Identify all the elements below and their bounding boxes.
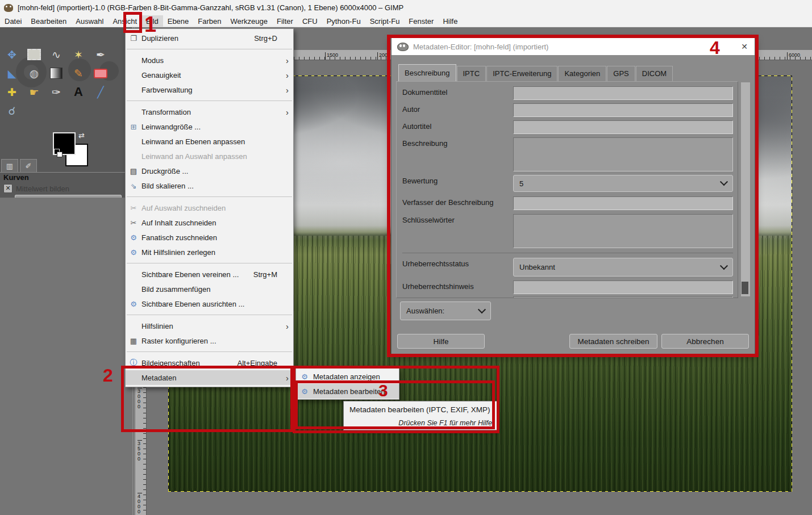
- dialog-titlebar[interactable]: Metadaten-Editor: [mohn-feld] (importier…: [392, 38, 755, 55]
- ruler-label-6000: 6000: [787, 52, 800, 60]
- write-metadata-button[interactable]: Metadaten schreiben: [569, 334, 657, 349]
- beschreibung-textarea[interactable]: [513, 137, 733, 171]
- urheberrechtshinweis-input[interactable]: [513, 280, 733, 294]
- airbrush-tool-icon[interactable]: ✒: [91, 46, 110, 63]
- menu-item-bild-skalieren[interactable]: ⇘Bild skalieren ...: [126, 178, 293, 193]
- field-row-beschreibung: Beschreibung: [402, 137, 733, 171]
- menu-item-label: Auf Inhalt zuschneiden: [141, 219, 283, 227]
- menu-item-sichtbare-ebenen-vereinen[interactable]: Sichtbare Ebenen vereinen ...Strg+M: [126, 267, 293, 282]
- menubar-item-python-fu[interactable]: Python-Fu: [322, 15, 365, 27]
- paintbrush-tool-icon[interactable]: ✎: [69, 65, 88, 82]
- select-dropdown[interactable]: Auswählen:: [400, 302, 491, 320]
- menubar-item-fenster[interactable]: Fenster: [404, 15, 438, 27]
- submenu-item-metadaten-anzeigen[interactable]: ⚙Metadaten anzeigen: [296, 369, 399, 384]
- gradient-tool-icon[interactable]: [47, 65, 66, 82]
- tab-dicom[interactable]: DICOM: [636, 66, 673, 81]
- tool-options-tab[interactable]: ▥: [1, 159, 18, 173]
- menubar-item-cfu[interactable]: CFU: [298, 15, 322, 27]
- grid-icon: ▦: [126, 337, 141, 345]
- gears-icon: ⚙: [126, 248, 141, 257]
- clone-tool-icon[interactable]: ✚: [2, 83, 22, 101]
- color-picker-tool-icon[interactable]: ╱: [91, 83, 110, 101]
- menu-item-bildeigenschaften[interactable]: ⓘBildeigenschaftenAlt+Eingabe: [126, 355, 293, 370]
- menu-item-genauigkeit[interactable]: Genauigkeit›: [126, 68, 293, 82]
- dokumenttitel-input[interactable]: [513, 86, 733, 100]
- menubar-item-datei[interactable]: Datei: [0, 15, 26, 27]
- eraser-tool-icon[interactable]: [91, 65, 110, 82]
- menu-item-label: Hilfslinien: [141, 322, 283, 330]
- menu-item-druckgröße[interactable]: ▤Druckgröße ...: [126, 164, 293, 178]
- menubar-item-ansicht[interactable]: Ansicht: [108, 15, 141, 27]
- rectangle-select-tool-icon[interactable]: [24, 46, 44, 63]
- verfasser-der-beschreibung-input[interactable]: [513, 196, 733, 210]
- close-icon[interactable]: ✕: [740, 42, 749, 51]
- menu-item-transformation[interactable]: Transformation›: [126, 104, 293, 119]
- ink-tool-icon[interactable]: ✑: [47, 83, 66, 101]
- menu-item-bild-zusammenfügen[interactable]: Bild zusammenfügen: [126, 282, 293, 296]
- menubar-item-script-fu[interactable]: Script-Fu: [365, 15, 405, 27]
- menu-item-metadaten[interactable]: Metadaten›: [126, 370, 293, 385]
- menu-item-label: Genauigkeit: [141, 71, 283, 79]
- field-label: Dokumenttitel: [402, 86, 513, 97]
- menu-item-label: Druckgröße ...: [141, 167, 283, 175]
- menubar-item-ebene[interactable]: Ebene: [163, 15, 194, 27]
- menu-item-leinwand-an-ebenen-anpassen[interactable]: Leinwand an Ebenen anpassen: [126, 134, 293, 149]
- menu-item-duplizieren[interactable]: ❐DuplizierenStrg+D: [126, 31, 293, 45]
- bucket-fill-tool-icon[interactable]: ◍: [24, 65, 44, 82]
- schlüsselwörter-textarea[interactable]: [513, 214, 733, 248]
- tab-gps[interactable]: GPS: [607, 66, 635, 81]
- menubar-item-bearbeiten[interactable]: Bearbeiten: [26, 15, 71, 27]
- menubar-item-filter[interactable]: Filter: [272, 15, 298, 27]
- autortitel-input[interactable]: [513, 120, 733, 134]
- move-tool-icon[interactable]: ✥: [2, 46, 22, 63]
- menu-item-farbverwaltung[interactable]: Farbverwaltung›: [126, 82, 293, 97]
- mean-checkbox-row[interactable]: ✕ Mittelwert bilden: [0, 183, 125, 194]
- wilber-icon: [397, 43, 409, 51]
- menu-item-leinwand-an-auswahl-anpassen[interactable]: Leinwand an Auswahl anpassen: [126, 149, 293, 164]
- cancel-button[interactable]: Abbrechen: [661, 334, 749, 349]
- menu-item-mit-hilfslinien-zerlegen[interactable]: ⚙Mit Hilfslinien zerlegen: [126, 245, 293, 259]
- smudge-tool-icon[interactable]: ☛: [24, 83, 44, 101]
- menu-item-modus[interactable]: Modus›: [126, 53, 293, 68]
- menu-item-raster-konfigurieren[interactable]: ▦Raster konfigurieren ...: [126, 333, 293, 348]
- device-status-tab[interactable]: ✐: [20, 159, 37, 173]
- flip-tool-icon[interactable]: ◣: [2, 65, 22, 82]
- fuzzy-select-tool-icon[interactable]: ✶: [69, 46, 88, 63]
- free-select-tool-icon[interactable]: ∿: [47, 46, 66, 63]
- menu-item-leinwandgröße[interactable]: ⊞Leinwandgröße ...: [126, 119, 293, 134]
- checkbox-checked-icon[interactable]: ✕: [3, 184, 13, 193]
- menubar-item-hilfe[interactable]: Hilfe: [438, 15, 462, 27]
- bewertung-dropdown[interactable]: 5: [513, 175, 733, 192]
- default-colors-icon[interactable]: [54, 149, 61, 156]
- submenu-item-metadaten-bearbeiten[interactable]: ⚙Metadaten bearbeiten: [296, 384, 399, 399]
- vertical-scrollbar[interactable]: [740, 82, 751, 297]
- dialog-title: Metadaten-Editor: [mohn-feld] (importier…: [413, 43, 548, 51]
- zoom-tool-icon[interactable]: ☌: [2, 102, 22, 119]
- tab-iptc[interactable]: IPTC: [457, 66, 486, 81]
- menu-item-sichtbare-ebenen-ausrichten[interactable]: ⚙Sichtbare Ebenen ausrichten ...: [126, 296, 293, 311]
- menu-item-label: Fanatisch zuschneiden: [141, 233, 283, 242]
- menu-item-auf-auswahl-zuschneiden[interactable]: ✂Auf Auswahl zuschneiden: [126, 200, 293, 215]
- tooltip-hint: Drücken Sie F1 für mehr Hilfe: [398, 419, 492, 427]
- menu-item-auf-inhalt-zuschneiden[interactable]: ✂Auf Inhalt zuschneiden: [126, 215, 293, 230]
- ruler-label-4000: 4000: [138, 493, 142, 514]
- menu-item-hilfslinien[interactable]: Hilfslinien›: [126, 319, 293, 333]
- menu-item-label: Duplizieren: [141, 34, 245, 43]
- menubar-item-farben[interactable]: Farben: [193, 15, 226, 27]
- menubar-item-werkzeuge[interactable]: Werkzeuge: [226, 15, 273, 27]
- help-button[interactable]: Hilfe: [397, 334, 485, 349]
- menubar-item-auswahl[interactable]: Auswahl: [71, 15, 108, 27]
- swap-colors-icon[interactable]: ⇄: [78, 131, 85, 140]
- tab-iptc-erweiterung[interactable]: IPTC-Erweiterung: [486, 66, 557, 81]
- field-row-bewertung: Bewertung5: [402, 175, 733, 192]
- tab-kategorien[interactable]: Kategorien: [558, 66, 606, 81]
- menu-item-fanatisch-zuschneiden[interactable]: ⚙Fanatisch zuschneiden: [126, 230, 293, 245]
- menubar-item-bild[interactable]: Bild: [141, 15, 163, 27]
- urheberrechtsstatus-dropdown[interactable]: Unbekannt: [513, 258, 733, 277]
- autor-input[interactable]: [513, 103, 733, 117]
- scrollbar-thumb[interactable]: [742, 282, 748, 294]
- menu-item-label: Leinwand an Auswahl anpassen: [141, 152, 283, 161]
- urheberrechts-adresse-input[interactable]: [513, 296, 733, 298]
- tab-beschreibung[interactable]: Beschreibung: [398, 64, 456, 81]
- text-tool-icon[interactable]: A: [69, 83, 88, 101]
